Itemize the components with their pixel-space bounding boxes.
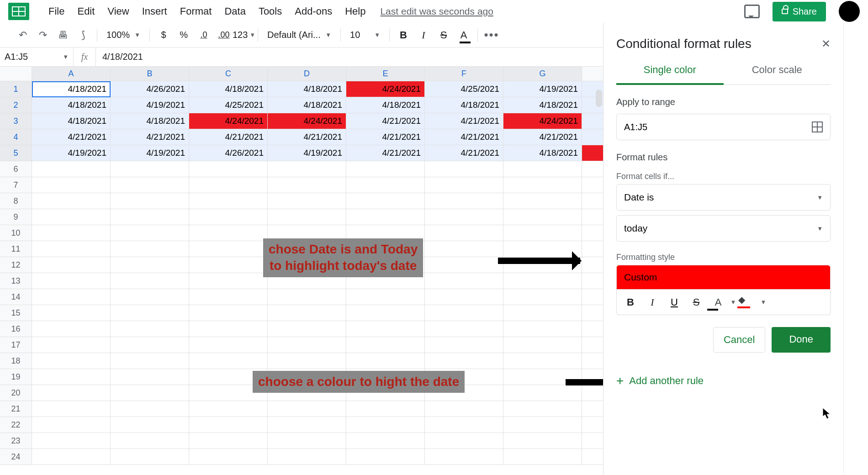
cell[interactable] bbox=[32, 241, 111, 257]
cell[interactable] bbox=[268, 433, 346, 449]
cell[interactable] bbox=[111, 225, 189, 241]
cell[interactable] bbox=[425, 241, 503, 257]
cell[interactable] bbox=[425, 273, 503, 289]
decrease-decimal-button[interactable]: .0 bbox=[195, 26, 213, 44]
menu-format[interactable]: Format bbox=[174, 3, 218, 20]
cell[interactable] bbox=[111, 193, 189, 209]
cell[interactable]: 4/26/2021 bbox=[111, 81, 189, 97]
cell[interactable]: 4/19/2021 bbox=[268, 145, 346, 161]
cell[interactable] bbox=[32, 177, 111, 193]
cell[interactable] bbox=[346, 321, 425, 337]
cell[interactable]: 4/21/2021 bbox=[425, 145, 503, 161]
cell[interactable]: 4/24/2021 bbox=[503, 113, 582, 129]
share-button[interactable]: Share bbox=[773, 2, 826, 21]
cell[interactable] bbox=[111, 417, 189, 433]
cell[interactable] bbox=[346, 289, 425, 305]
cell[interactable] bbox=[425, 321, 503, 337]
increase-decimal-button[interactable]: .00 bbox=[215, 26, 233, 44]
cell[interactable] bbox=[32, 417, 111, 433]
cell[interactable]: 4/26/2021 bbox=[189, 145, 268, 161]
style-fill-color-button[interactable] bbox=[738, 296, 758, 309]
cell[interactable] bbox=[32, 161, 111, 177]
cell[interactable] bbox=[268, 289, 346, 305]
cell[interactable] bbox=[32, 433, 111, 449]
format-currency-button[interactable]: $ bbox=[154, 26, 173, 44]
cell[interactable] bbox=[268, 401, 346, 417]
cell[interactable] bbox=[32, 225, 111, 241]
redo-button[interactable]: ↷ bbox=[34, 26, 52, 44]
cell[interactable] bbox=[346, 433, 425, 449]
font-size-select[interactable]: 10▼ bbox=[345, 30, 385, 40]
menu-file[interactable]: File bbox=[42, 3, 71, 20]
cell[interactable] bbox=[189, 401, 268, 417]
cell[interactable] bbox=[111, 305, 189, 321]
row-header[interactable]: 22 bbox=[0, 417, 32, 433]
cell[interactable]: 4/18/2021 bbox=[503, 97, 582, 113]
select-range-icon[interactable] bbox=[812, 121, 823, 132]
row-header[interactable]: 16 bbox=[0, 321, 32, 337]
row-header[interactable]: 11 bbox=[0, 241, 32, 257]
cell[interactable]: 4/18/2021 bbox=[32, 113, 111, 129]
last-edit-link[interactable]: Last edit was seconds ago bbox=[380, 6, 493, 17]
cell[interactable] bbox=[189, 305, 268, 321]
cell[interactable] bbox=[346, 401, 425, 417]
cell[interactable]: 4/21/2021 bbox=[425, 129, 503, 145]
cell[interactable] bbox=[32, 353, 111, 369]
cell[interactable]: 4/18/2021 bbox=[268, 97, 346, 113]
cell[interactable] bbox=[268, 321, 346, 337]
cell[interactable]: 4/21/2021 bbox=[346, 145, 425, 161]
row-header[interactable]: 4 bbox=[0, 129, 32, 145]
condition-value-select[interactable]: today▼ bbox=[616, 215, 831, 242]
add-rule-button[interactable]: + Add another rule bbox=[616, 374, 831, 388]
cell[interactable] bbox=[425, 337, 503, 353]
cell[interactable] bbox=[425, 209, 503, 225]
menu-tools[interactable]: Tools bbox=[252, 3, 288, 20]
formula-input[interactable]: 4/18/2021 bbox=[96, 52, 149, 62]
cell[interactable] bbox=[503, 161, 582, 177]
cancel-button[interactable]: Cancel bbox=[713, 327, 765, 353]
cell[interactable] bbox=[425, 417, 503, 433]
cell[interactable] bbox=[32, 273, 111, 289]
cell[interactable]: 4/18/2021 bbox=[32, 81, 111, 97]
row-header[interactable]: 5 bbox=[0, 145, 32, 161]
cell[interactable] bbox=[111, 369, 189, 385]
comments-icon[interactable] bbox=[744, 5, 760, 18]
cell[interactable] bbox=[189, 321, 268, 337]
cell[interactable] bbox=[425, 289, 503, 305]
cell[interactable] bbox=[111, 401, 189, 417]
cell[interactable]: 4/18/2021 bbox=[503, 145, 582, 161]
cell[interactable]: 4/21/2021 bbox=[346, 129, 425, 145]
cell[interactable]: 4/25/2021 bbox=[189, 97, 268, 113]
cell[interactable] bbox=[503, 401, 582, 417]
column-header[interactable]: E bbox=[346, 67, 425, 81]
cell[interactable] bbox=[111, 449, 189, 465]
cell[interactable] bbox=[346, 193, 425, 209]
cell[interactable]: 4/18/2021 bbox=[346, 97, 425, 113]
cell[interactable] bbox=[268, 305, 346, 321]
cell[interactable] bbox=[189, 353, 268, 369]
cell[interactable] bbox=[32, 385, 111, 401]
cell[interactable]: 4/21/2021 bbox=[346, 113, 425, 129]
cell[interactable] bbox=[503, 433, 582, 449]
cell[interactable]: 4/24/2021 bbox=[189, 113, 268, 129]
chevron-down-icon[interactable]: ▼ bbox=[760, 299, 767, 306]
cell[interactable] bbox=[32, 337, 111, 353]
cell[interactable] bbox=[503, 449, 582, 465]
row-header[interactable]: 20 bbox=[0, 385, 32, 401]
cell[interactable] bbox=[111, 177, 189, 193]
cell[interactable] bbox=[346, 449, 425, 465]
cell[interactable] bbox=[503, 241, 582, 257]
range-input[interactable]: A1:J5 bbox=[616, 114, 831, 140]
cell[interactable] bbox=[111, 337, 189, 353]
cell[interactable]: 4/19/2021 bbox=[503, 81, 582, 97]
cell[interactable] bbox=[425, 225, 503, 241]
cell[interactable] bbox=[189, 273, 268, 289]
row-header[interactable]: 18 bbox=[0, 353, 32, 369]
row-header[interactable]: 3 bbox=[0, 113, 32, 129]
cell[interactable] bbox=[189, 161, 268, 177]
done-button[interactable]: Done bbox=[772, 327, 831, 353]
cell[interactable] bbox=[425, 353, 503, 369]
cell[interactable] bbox=[32, 193, 111, 209]
cell[interactable] bbox=[189, 193, 268, 209]
print-button[interactable]: 🖶 bbox=[54, 26, 72, 44]
